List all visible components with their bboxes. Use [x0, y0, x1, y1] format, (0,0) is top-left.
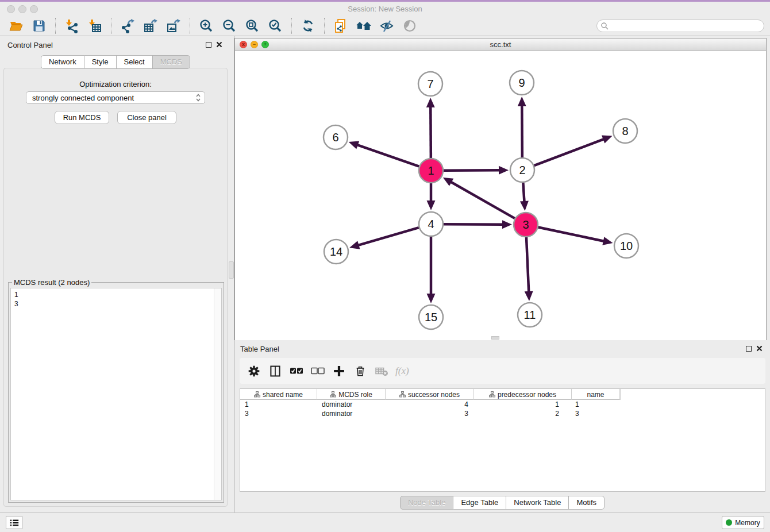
- edge-arrowhead: [349, 241, 360, 249]
- edge-2-3[interactable]: [523, 183, 524, 202]
- search-icon: [600, 22, 609, 30]
- show-panel-eye-icon[interactable]: [401, 18, 418, 34]
- open-session-icon[interactable]: [7, 18, 25, 34]
- import-network-icon[interactable]: [63, 18, 80, 34]
- zoom-fit-icon[interactable]: [244, 18, 261, 34]
- column-header-mcds-role[interactable]: MCDS role: [317, 389, 386, 400]
- zoom-selected-icon[interactable]: [267, 18, 284, 34]
- column-type-icon: [330, 391, 336, 398]
- network-minimize-button[interactable]: –: [251, 41, 258, 48]
- table-tab-edge-table[interactable]: Edge Table: [453, 496, 506, 510]
- mcds-result-lines: 13: [14, 290, 212, 309]
- mcds-panel: Optimization criterion: strongly connect…: [3, 68, 228, 507]
- edge-1-6[interactable]: [357, 145, 419, 167]
- refresh-layout-icon[interactable]: [299, 18, 317, 34]
- edge-arrowhead: [426, 98, 435, 107]
- result-line: 1: [14, 290, 212, 299]
- table-row[interactable]: 1dominator411: [240, 400, 765, 409]
- export-image-icon[interactable]: [165, 18, 182, 34]
- tab-select[interactable]: Select: [117, 55, 153, 69]
- home-view-icon[interactable]: [355, 18, 372, 34]
- select-all-checkboxes-icon[interactable]: [288, 363, 305, 380]
- control-panel-title: Control Panel: [7, 41, 53, 49]
- delete-table-icon[interactable]: [373, 363, 390, 380]
- column-header-successor-nodes[interactable]: successor nodes: [386, 389, 474, 400]
- float-panel-icon[interactable]: [206, 42, 211, 48]
- graph-node-label: 1: [428, 164, 434, 177]
- clone-network-icon[interactable]: [332, 18, 349, 34]
- import-table-icon[interactable]: [86, 18, 103, 34]
- edge-4-3[interactable]: [444, 224, 503, 225]
- column-header-label: successor nodes: [408, 391, 460, 399]
- edge-arrowhead: [518, 97, 526, 106]
- add-column-icon[interactable]: [330, 363, 348, 380]
- run-mcds-button[interactable]: Run MCDS: [55, 111, 109, 124]
- export-table-icon[interactable]: [142, 18, 159, 34]
- table-body: 1dominator4113dominator323: [240, 400, 765, 418]
- edge-3-1[interactable]: [451, 182, 515, 218]
- network-titlebar[interactable]: x – + scc.txt: [235, 38, 766, 51]
- deselect-all-checkboxes-icon[interactable]: [309, 363, 326, 380]
- function-builder-icon[interactable]: f(x): [395, 365, 409, 377]
- edge-1-7[interactable]: [430, 106, 431, 158]
- network-maximize-button[interactable]: +: [261, 41, 269, 48]
- close-panel-button[interactable]: Close panel: [117, 111, 176, 124]
- column-header-name[interactable]: name: [572, 389, 620, 400]
- tab-mcds[interactable]: MCDS: [153, 55, 190, 69]
- export-network-icon[interactable]: [119, 18, 136, 34]
- zoom-in-icon[interactable]: [198, 18, 215, 34]
- edge-3-11[interactable]: [526, 237, 529, 292]
- application-window: Session: New Session: [0, 0, 770, 532]
- search-input[interactable]: [609, 21, 764, 31]
- main-titlebar: Session: New Session: [0, 2, 770, 16]
- table-cell: 1: [474, 400, 572, 409]
- network-close-button[interactable]: x: [240, 41, 247, 48]
- graph-node-label: 10: [620, 240, 633, 252]
- edge-2-9[interactable]: [522, 105, 522, 157]
- graph-node-label: 2: [519, 164, 525, 176]
- table-cell: 3: [240, 409, 317, 418]
- hide-panel-eye-icon[interactable]: [378, 18, 395, 34]
- toolbar-separator: [324, 18, 325, 34]
- close-table-panel-icon[interactable]: [756, 345, 763, 352]
- criterion-dropdown[interactable]: strongly connected component: [26, 91, 205, 104]
- delete-column-trash-icon[interactable]: [352, 363, 369, 380]
- network-title: scc.txt: [235, 40, 766, 49]
- memory-button[interactable]: Memory: [722, 516, 764, 529]
- edge-2-8[interactable]: [534, 139, 605, 165]
- edge-1-2[interactable]: [444, 170, 500, 171]
- column-type-icon: [489, 391, 495, 398]
- result-line: 3: [14, 299, 212, 309]
- table-tab-node-table[interactable]: Node Table: [400, 496, 454, 510]
- edge-3-10[interactable]: [538, 228, 605, 241]
- window-title: Session: New Session: [0, 5, 770, 13]
- column-manager-icon[interactable]: [267, 363, 284, 380]
- tab-style[interactable]: Style: [84, 55, 117, 69]
- column-header-predecessor-nodes[interactable]: predecessor nodes: [474, 389, 572, 400]
- close-panel-icon[interactable]: [215, 41, 223, 48]
- table-settings-icon[interactable]: [245, 363, 263, 380]
- table-row[interactable]: 3dominator323: [240, 409, 765, 418]
- divider-grip[interactable]: [229, 261, 234, 279]
- float-table-panel-icon[interactable]: [746, 346, 752, 352]
- zoom-out-icon[interactable]: [221, 18, 238, 34]
- graph-node-label: 6: [332, 131, 338, 144]
- task-history-button[interactable]: [6, 516, 22, 529]
- network-canvas[interactable]: 7968124314101511: [235, 51, 766, 340]
- result-scrollbar[interactable]: [214, 288, 221, 500]
- edge-4-14[interactable]: [357, 228, 418, 245]
- graph-node-label: 3: [522, 218, 529, 231]
- table-tab-network-table[interactable]: Network Table: [506, 496, 569, 510]
- column-header-shared-name[interactable]: shared name: [240, 389, 317, 400]
- column-header-label: predecessor nodes: [498, 391, 556, 399]
- graph-node-label: 9: [518, 76, 525, 89]
- table-tabs: Node TableEdge TableNetwork TableMotifs: [234, 496, 770, 510]
- table-tab-motifs[interactable]: Motifs: [569, 496, 605, 510]
- canvas-scrollbar-thumb[interactable]: [491, 336, 499, 340]
- column-header-label: shared name: [263, 391, 303, 399]
- graph-node-label: 4: [428, 218, 434, 230]
- table-cell: dominator: [317, 409, 386, 418]
- toolbar-separator: [111, 18, 111, 34]
- save-session-icon[interactable]: [30, 18, 48, 34]
- tab-network[interactable]: Network: [41, 55, 84, 69]
